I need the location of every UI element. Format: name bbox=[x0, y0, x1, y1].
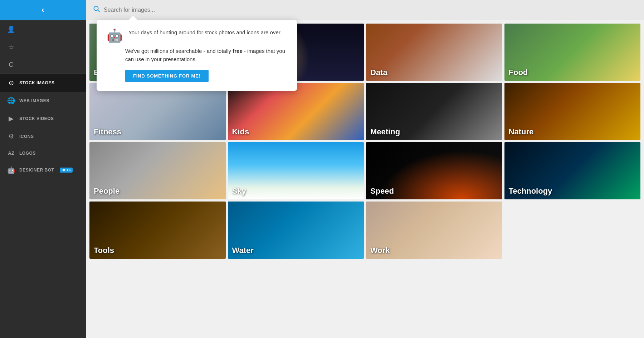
robot-icon: 🤖 bbox=[7, 166, 15, 174]
tooltip-body-bold: free bbox=[233, 48, 243, 54]
globe-icon: 🌐 bbox=[7, 97, 15, 105]
back-arrow-icon: ‹ bbox=[42, 5, 44, 15]
tooltip-body-prefix: We've got millions of searchable - and t… bbox=[125, 48, 233, 54]
grid-tile-label-nature: Nature bbox=[509, 127, 534, 136]
sidebar-item-logos-label: LOGOS bbox=[19, 151, 36, 156]
sidebar-item-web-images-label: WEB IMAGES bbox=[19, 98, 49, 103]
search-bar bbox=[86, 0, 644, 20]
sidebar-item-web-images[interactable]: 🌐 WEB IMAGES bbox=[0, 92, 86, 110]
sidebar-item-stock-images-label: STOCK IMAGES bbox=[19, 80, 54, 85]
grid-tile-tools[interactable]: Tools bbox=[89, 202, 226, 259]
camera-icon: ⊙ bbox=[7, 79, 15, 87]
tooltip-robot-icon: 🤖 bbox=[107, 29, 123, 42]
grid-tile-water[interactable]: Water bbox=[228, 202, 364, 259]
sidebar-item-icons[interactable]: ⚙ ICONS bbox=[0, 128, 86, 145]
grid-tile-data[interactable]: Data bbox=[366, 24, 502, 81]
grid-tile-label-meeting: Meeting bbox=[370, 127, 400, 136]
beta-badge: BETA bbox=[60, 168, 73, 173]
svg-line-1 bbox=[98, 10, 99, 12]
search-input[interactable] bbox=[104, 7, 637, 13]
grid-tile-fitness[interactable]: Fitness bbox=[89, 83, 226, 140]
grid-tile-work[interactable]: Work bbox=[366, 202, 502, 259]
sidebar-item-stock-images[interactable]: ⊙ STOCK IMAGES bbox=[0, 74, 86, 92]
sidebar-item-icons-label: ICONS bbox=[19, 134, 34, 139]
sidebar-item-stock-videos[interactable]: ▶ STOCK VIDEOS bbox=[0, 110, 86, 128]
sidebar-item-designer-bot[interactable]: 🤖 DESIGNER BOT BETA bbox=[0, 161, 86, 179]
profile-icon: 👤 bbox=[7, 25, 15, 33]
c-icon: C bbox=[7, 61, 15, 69]
gear-icon: ⚙ bbox=[7, 133, 15, 140]
sidebar-item-profile[interactable]: 👤 bbox=[0, 20, 86, 38]
grid-tile-kids[interactable]: Kids bbox=[228, 83, 364, 140]
sidebar-item-logos[interactable]: AZ LOGOS bbox=[0, 145, 86, 161]
star-icon: ☆ bbox=[7, 43, 15, 51]
grid-tile-label-fitness: Fitness bbox=[94, 127, 121, 136]
tooltip-popup: 🤖 Your days of hunting around for stock … bbox=[97, 20, 297, 91]
grid-tile-technology[interactable]: Technology bbox=[504, 142, 641, 199]
sidebar-item-c[interactable]: C bbox=[0, 56, 86, 74]
grid-tile-label-people: People bbox=[94, 187, 119, 196]
grid-tile-speed[interactable]: Speed bbox=[366, 142, 502, 199]
video-icon: ▶ bbox=[7, 115, 15, 123]
grid-tile-label-sky: Sky bbox=[232, 187, 246, 196]
sidebar-item-designer-bot-label: DESIGNER BOT bbox=[19, 168, 54, 173]
tooltip-body: We've got millions of searchable - and t… bbox=[107, 47, 287, 63]
grid-tile-label-food: Food bbox=[509, 68, 528, 77]
find-something-button[interactable]: FIND SOMETHING FOR ME! bbox=[125, 70, 209, 82]
grid-tile-label-kids: Kids bbox=[232, 127, 249, 136]
back-button[interactable]: ‹ bbox=[0, 0, 86, 20]
grid-tile-label-speed: Speed bbox=[370, 187, 394, 196]
grid-tile-sky[interactable]: Sky bbox=[228, 142, 364, 199]
grid-tile-food[interactable]: Food bbox=[504, 24, 641, 81]
grid-tile-label-data: Data bbox=[370, 68, 387, 77]
grid-tile-meeting[interactable]: Meeting bbox=[366, 83, 502, 140]
grid-tile-nature[interactable]: Nature bbox=[504, 83, 641, 140]
tooltip-title: Your days of hunting around for stock ph… bbox=[128, 29, 282, 37]
grid-tile-label-technology: Technology bbox=[509, 187, 552, 196]
sidebar-item-stock-videos-label: STOCK VIDEOS bbox=[19, 116, 54, 121]
main-content: 🤖 Your days of hunting around for stock … bbox=[86, 0, 644, 338]
grid-tile-label-water: Water bbox=[232, 246, 254, 255]
grid-tile-label-work: Work bbox=[370, 246, 390, 255]
grid-tile-people[interactable]: People bbox=[89, 142, 226, 199]
az-icon: AZ bbox=[7, 150, 15, 156]
grid-tile-label-tools: Tools bbox=[94, 246, 114, 255]
sidebar: ‹ 👤 ☆ C ⊙ STOCK IMAGES 🌐 WEB IMAGES ▶ ST… bbox=[0, 0, 86, 338]
tooltip-header: 🤖 Your days of hunting around for stock … bbox=[107, 29, 287, 42]
sidebar-item-star[interactable]: ☆ bbox=[0, 38, 86, 56]
search-icon bbox=[93, 5, 100, 14]
